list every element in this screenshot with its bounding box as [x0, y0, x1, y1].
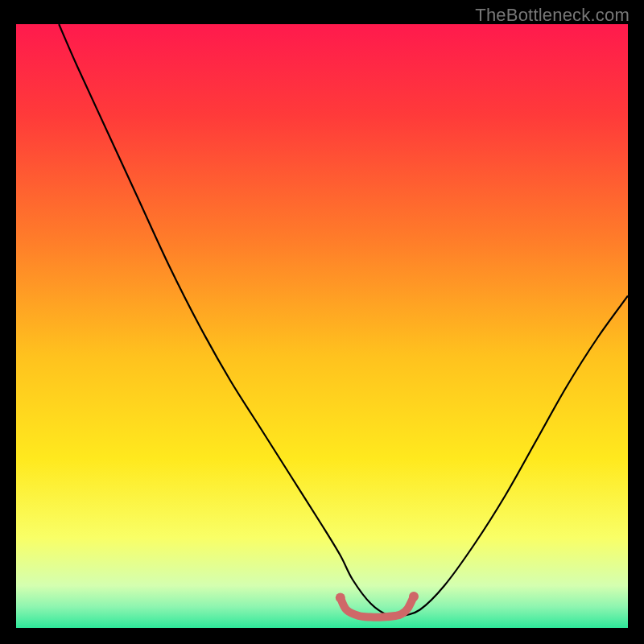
bottleneck-curve: [59, 24, 628, 617]
chart-frame: TheBottleneck.com: [0, 0, 644, 644]
chart-canvas: [16, 24, 628, 628]
marker-start-dot: [336, 593, 345, 603]
watermark-text: TheBottleneck.com: [475, 5, 630, 26]
plot-area: [16, 24, 628, 628]
optimal-range-marker: [341, 597, 414, 617]
marker-end-dot: [409, 592, 419, 601]
